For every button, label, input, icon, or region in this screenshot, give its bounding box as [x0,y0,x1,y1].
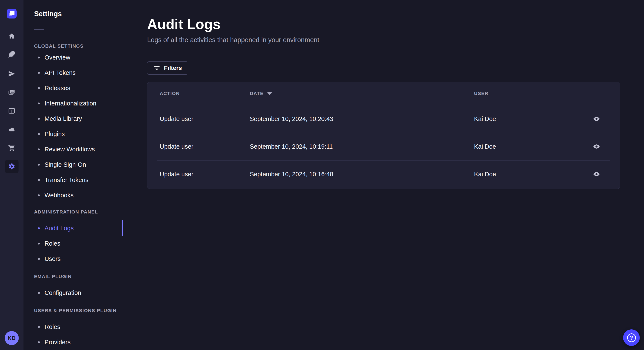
sidebar-item-overview[interactable]: Overview [24,50,123,65]
settings-subnav: Settings GLOBAL SETTINGS Overview API To… [24,0,123,350]
sidebar-item-configuration[interactable]: Configuration [24,285,123,301]
column-header-user: USER [474,91,580,96]
sidebar-item-label: API Tokens [44,69,76,76]
sidebar-item-audit-logs[interactable]: Audit Logs [24,220,123,236]
sidebar-item-label: Single Sign-On [44,161,86,168]
filters-button[interactable]: Filters [147,61,188,75]
filter-icon [153,65,160,71]
section-label-users-permissions-plugin: USERS & PERMISSIONS PLUGIN [34,308,117,313]
bullet-icon [38,179,40,181]
cell-date: September 10, 2024, 10:20:43 [250,116,474,123]
bullet-icon [38,87,40,89]
sidebar-item-label: Review Workflows [44,146,95,153]
view-details-button[interactable] [590,114,603,124]
sidebar-item-releases[interactable]: Releases [24,80,123,96]
bullet-icon [38,103,40,104]
sidebar-item-label: Users [44,255,61,262]
settings-gear-icon[interactable] [5,160,18,173]
sidebar-item-single-sign-on[interactable]: Single Sign-On [24,157,123,172]
sidebar-item-api-tokens[interactable]: API Tokens [24,65,123,80]
bullet-icon [38,164,40,166]
cell-action: Update user [160,171,250,178]
cell-action: Update user [160,116,250,123]
sidebar-item-label: Webhooks [44,192,74,199]
bullet-icon [38,326,40,328]
cell-user: Kai Doe [474,143,580,150]
main-content: Audit Logs Logs of all the activities th… [123,0,644,350]
avatar[interactable]: KD [5,331,19,345]
sidebar-item-providers[interactable]: Providers [24,335,123,350]
bullet-icon [38,341,40,343]
bullet-icon [38,292,40,294]
section-label-administration-panel: ADMINISTRATION PANEL [34,209,98,215]
feather-icon[interactable] [5,47,18,61]
sidebar-item-label: Releases [44,85,70,92]
rail-user-area: KD [0,326,24,350]
sidebar-item-label: Roles [44,240,60,247]
layout-icon[interactable] [5,104,18,118]
table-row[interactable]: Update user September 10, 2024, 10:20:43… [147,105,620,133]
sidebar-item-label: Media Library [44,115,82,122]
sidebar-item-up-roles[interactable]: Roles [24,319,123,335]
sidebar-item-label: Configuration [44,289,81,296]
cell-user: Kai Doe [474,116,580,123]
subnav-title-divider [34,29,44,30]
cart-icon[interactable] [5,141,18,155]
paper-plane-icon[interactable] [5,67,18,81]
column-header-action: ACTION [160,91,250,96]
media-library-icon[interactable] [5,85,18,99]
section-label-email-plugin: EMAIL PLUGIN [34,274,72,279]
sidebar-item-transfer-tokens[interactable]: Transfer Tokens [24,172,123,187]
subnav-title: Settings [34,10,62,18]
main-nav-rail: KD [0,0,24,350]
bullet-icon [38,243,40,245]
rail-logo-area [0,0,23,27]
home-icon[interactable] [5,29,18,43]
sidebar-item-label: Providers [44,339,71,346]
bullet-icon [38,118,40,120]
eye-icon [592,170,602,178]
email-plugin-list: Configuration [24,285,123,301]
page-title: Audit Logs [147,16,221,32]
bullet-icon [38,227,40,229]
administration-panel-list: Audit Logs Roles Users [24,220,123,266]
sidebar-item-label: Transfer Tokens [44,176,88,183]
view-details-button[interactable] [590,169,603,179]
strapi-logo-shape [10,11,14,15]
cell-action: Update user [160,143,250,150]
filters-button-label: Filters [164,65,182,71]
global-settings-list: Overview API Tokens Releases Internation… [24,50,123,203]
sidebar-item-media-library[interactable]: Media Library [24,111,123,126]
column-header-date[interactable]: DATE [250,91,474,96]
section-label-global-settings: GLOBAL SETTINGS [34,43,84,49]
table-row[interactable]: Update user September 10, 2024, 10:19:11… [147,133,620,160]
table-header-row: ACTION DATE USER [147,82,620,105]
question-mark-icon: ? [627,334,636,342]
sidebar-item-label: Plugins [44,131,65,138]
sidebar-item-webhooks[interactable]: Webhooks [24,187,123,203]
strapi-logo[interactable] [7,9,16,18]
bullet-icon [38,72,40,74]
bullet-icon [38,149,40,150]
help-button[interactable]: ? [623,329,640,346]
sidebar-item-internationalization[interactable]: Internationalization [24,96,123,111]
eye-icon [592,143,602,150]
sidebar-item-plugins[interactable]: Plugins [24,126,123,142]
sidebar-item-label: Overview [44,54,70,61]
bullet-icon [38,194,40,196]
eye-icon [592,115,602,123]
table-row[interactable]: Update user September 10, 2024, 10:16:48… [147,160,620,188]
active-item-indicator [122,220,123,236]
bullet-icon [38,133,40,135]
cell-user: Kai Doe [474,171,580,178]
cell-date: September 10, 2024, 10:19:11 [250,143,474,150]
cell-date: September 10, 2024, 10:16:48 [250,171,474,178]
bullet-icon [38,258,40,260]
sidebar-item-roles[interactable]: Roles [24,236,123,251]
audit-logs-table: ACTION DATE USER Update user September 1… [147,82,620,189]
cloud-icon[interactable] [5,123,18,136]
sidebar-item-review-workflows[interactable]: Review Workflows [24,142,123,157]
view-details-button[interactable] [590,141,603,152]
sidebar-item-users[interactable]: Users [24,251,123,266]
sort-desc-icon [267,92,272,95]
